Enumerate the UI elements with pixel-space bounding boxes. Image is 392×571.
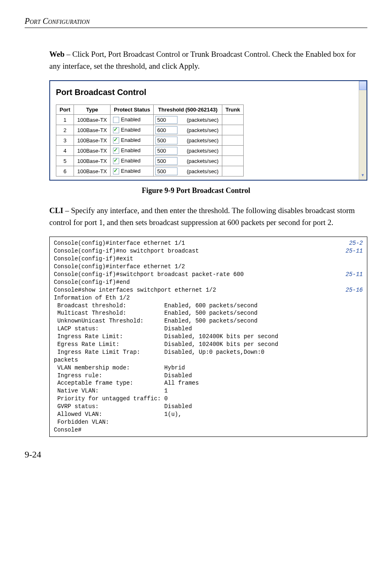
cli-line: Console(config-if)#exit (54, 255, 363, 263)
panel-title: Port Broadcast Control (56, 88, 361, 97)
page-number: 9-24 (25, 449, 367, 460)
threshold-input[interactable] (155, 126, 178, 134)
threshold-unit: (packets/sec) (183, 135, 222, 146)
cli-line: Egress Rate Limit: Disabled, 102400K bit… (54, 341, 363, 348)
protect-cell: Enabled (111, 166, 154, 176)
cli-line: Ingress Rate Limit: Disabled, 102400K bi… (54, 333, 363, 341)
cli-line: packets (54, 356, 363, 364)
type-cell: 100Base-TX (74, 115, 111, 125)
scroll-up-icon[interactable] (359, 81, 367, 90)
scrollbar[interactable]: ▾ (359, 81, 367, 180)
enabled-label: Enabled (121, 116, 141, 123)
threshold-cell (154, 125, 184, 135)
trunk-cell (222, 125, 243, 135)
port-cell: 2 (56, 125, 74, 135)
cli-intro-text: Specify any interface, and then enter th… (49, 206, 355, 227)
threshold-unit: (packets/sec) (183, 125, 222, 135)
cli-line: Allowed VLAN: 1(u), (54, 411, 363, 418)
cli-line: Console(config-if)#end (54, 279, 363, 286)
cli-line: Acceptable frame type: All frames (54, 379, 363, 387)
port-cell: 5 (56, 156, 74, 166)
protect-cell: Enabled (111, 135, 154, 146)
port-cell: 4 (56, 146, 74, 156)
enabled-label: Enabled (121, 158, 141, 164)
threshold-unit: (packets/sec) (183, 166, 222, 176)
table-row: 2100Base-TXEnabled(packets/sec) (56, 125, 244, 135)
threshold-input[interactable] (155, 167, 178, 175)
type-cell: 100Base-TX (74, 166, 111, 176)
table-row: 5100Base-TXEnabled(packets/sec) (56, 156, 244, 166)
enabled-checkbox[interactable] (113, 117, 119, 123)
threshold-input[interactable] (155, 137, 178, 144)
trunk-cell (222, 146, 243, 156)
threshold-cell (154, 135, 184, 146)
scroll-down-icon[interactable]: ▾ (359, 172, 367, 180)
enabled-label: Enabled (121, 168, 141, 174)
cli-line: 25-2Console(config)#interface ethernet 1… (54, 239, 363, 247)
port-cell: 1 (56, 115, 74, 125)
cli-line: Ingress Rate Limit Trap: Disabled, Up:0 … (54, 348, 363, 356)
threshold-input[interactable] (155, 116, 178, 124)
col-port: Port (56, 105, 74, 115)
cli-line: 25-11Console(config-if)#no switchport br… (54, 247, 363, 255)
cli-line: Information of Eth 1/2 (54, 294, 363, 302)
enabled-checkbox[interactable] (113, 127, 119, 133)
cli-line: 25-11Console(config-if)#switchport broad… (54, 271, 363, 279)
section-header: Port Configuration (25, 16, 367, 28)
cli-ref: 25-11 (346, 247, 363, 255)
enabled-checkbox[interactable] (113, 168, 119, 174)
port-cell: 3 (56, 135, 74, 146)
table-row: 4100Base-TXEnabled(packets/sec) (56, 146, 244, 156)
trunk-cell (222, 166, 243, 176)
cli-line: UnknownUnicast Threshold: Enabled, 500 p… (54, 317, 363, 325)
col-type: Type (74, 105, 111, 115)
threshold-unit: (packets/sec) (183, 146, 222, 156)
trunk-cell (222, 135, 243, 146)
threshold-cell (154, 146, 184, 156)
type-cell: 100Base-TX (74, 146, 111, 156)
cli-line: Multicast Threshold: Enabled, 500 packet… (54, 309, 363, 317)
cli-line: Priority for untagged traffic: 0 (54, 395, 363, 403)
enabled-label: Enabled (121, 137, 141, 143)
table-row: 6100Base-TXEnabled(packets/sec) (56, 166, 244, 176)
cli-line: Broadcast threshold: Enabled, 600 packet… (54, 302, 363, 310)
type-cell: 100Base-TX (74, 156, 111, 166)
threshold-input[interactable] (155, 147, 178, 155)
cli-line: LACP status: Disabled (54, 325, 363, 333)
web-intro: Web – Click Port, Port Broadcast Control… (49, 49, 367, 72)
cli-ref: 25-16 (346, 286, 363, 294)
type-cell: 100Base-TX (74, 135, 111, 146)
enabled-checkbox[interactable] (113, 137, 119, 144)
col-threshold: Threshold (500-262143) (154, 105, 222, 115)
cli-ref: 25-2 (349, 239, 363, 247)
threshold-input[interactable] (155, 157, 178, 165)
enabled-checkbox[interactable] (113, 148, 119, 154)
threshold-unit: (packets/sec) (183, 156, 222, 166)
protect-cell: Enabled (111, 156, 154, 166)
col-trunk: Trunk (222, 105, 243, 115)
trunk-cell (222, 156, 243, 166)
cli-line: VLAN membership mode: Hybrid (54, 364, 363, 372)
threshold-cell (154, 115, 184, 125)
cli-intro: CLI – Specify any interface, and then en… (49, 205, 367, 228)
threshold-unit: (packets/sec) (183, 115, 222, 125)
trunk-cell (222, 115, 243, 125)
table-row: 3100Base-TXEnabled(packets/sec) (56, 135, 244, 146)
cli-line: Native VLAN: 1 (54, 387, 363, 395)
cli-line: GVRP status: Disabled (54, 403, 363, 411)
type-cell: 100Base-TX (74, 125, 111, 135)
screenshot-frame: Port Broadcast Control Port Type Protect… (49, 80, 367, 181)
cli-line: Forbidden VLAN: (54, 418, 363, 426)
cli-line: Ingress rule: Disabled (54, 372, 363, 380)
table-row: 1100Base-TXEnabled(packets/sec) (56, 115, 244, 125)
enabled-label: Enabled (121, 127, 141, 133)
col-protect: Protect Status (111, 105, 154, 115)
protect-cell: Enabled (111, 125, 154, 135)
port-cell: 6 (56, 166, 74, 176)
protect-cell: Enabled (111, 115, 154, 125)
figure-caption: Figure 9-9 Port Broadcast Control (25, 186, 367, 195)
cli-line: Console(config)#interface ethernet 1/2 (54, 263, 363, 271)
ports-table: Port Type Protect Status Threshold (500-… (56, 104, 244, 176)
protect-cell: Enabled (111, 146, 154, 156)
enabled-checkbox[interactable] (113, 158, 119, 164)
